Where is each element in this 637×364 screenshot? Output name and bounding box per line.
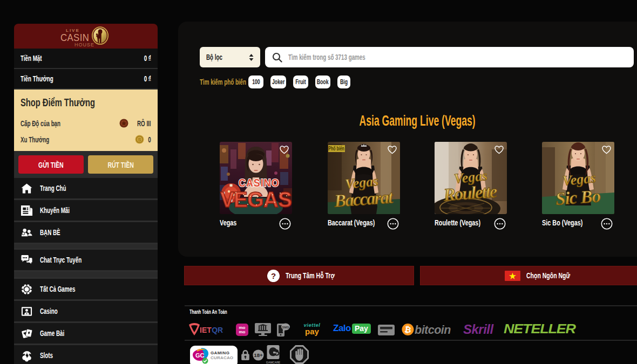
svg-text:bitcoin: bitcoin (415, 324, 451, 336)
svg-text:QR: QR (212, 326, 223, 334)
svg-text:18+: 18+ (254, 352, 263, 358)
svg-text:?: ? (271, 271, 276, 280)
svg-text:GAMCARE: GAMCARE (266, 361, 280, 364)
svg-text:Baccarat: Baccarat (333, 187, 394, 211)
svg-text:Sic Bo: Sic Bo (555, 186, 601, 209)
svg-text:GAMING: GAMING (211, 351, 229, 355)
svg-text:VEGAS: VEGAS (220, 187, 292, 211)
svg-text:₿: ₿ (404, 325, 411, 335)
svg-text:IET: IET (200, 326, 212, 334)
svg-text:CURACAO: CURACAO (211, 355, 233, 360)
svg-text:SMS: SMS (282, 326, 289, 329)
svg-text:S: S (138, 137, 141, 142)
svg-text:Roulette: Roulette (443, 182, 498, 205)
svg-text:GC: GC (195, 352, 205, 359)
